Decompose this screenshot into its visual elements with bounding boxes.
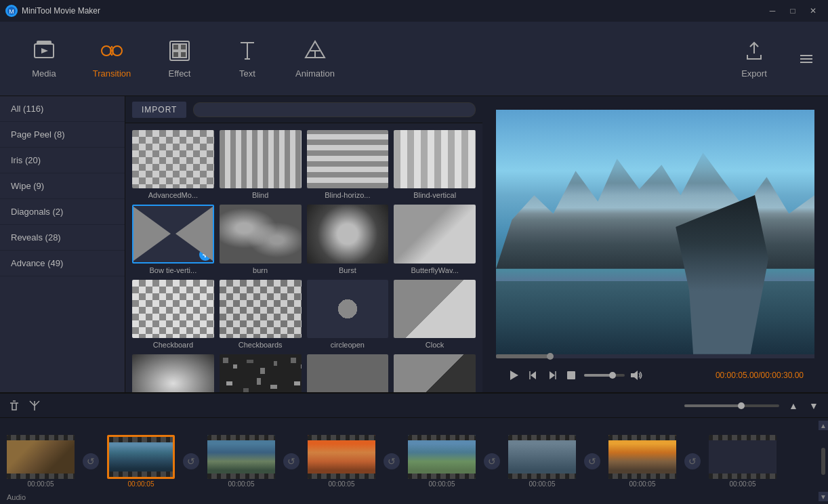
transition-noise[interactable]	[220, 354, 302, 392]
toolbar-item-transition[interactable]: Transition	[81, 28, 142, 89]
timeline-clip-3[interactable]: 00:00:05	[207, 435, 275, 488]
transition-blind[interactable]: Blind	[220, 130, 302, 199]
timeline-clip-8[interactable]: 00:00:05	[709, 435, 777, 488]
clip-thumb-3	[207, 435, 275, 479]
maximize-button[interactable]: □	[783, 1, 802, 20]
timeline-tracks: 00:00:05 ↺ 00:00:05 ↺	[0, 418, 819, 504]
timeline-clip-7[interactable]: 00:00:05	[608, 435, 676, 488]
scroll-up-btn[interactable]: ▲	[819, 421, 828, 430]
toolbar-item-text[interactable]: Text	[217, 28, 278, 89]
sidebar-item-advance[interactable]: Advance (49)	[0, 251, 125, 276]
sidebar-item-pagepeel[interactable]: Page Peel (8)	[0, 122, 125, 148]
transition-circleopen[interactable]: circleopen	[307, 280, 389, 349]
sidebar-item-all[interactable]: All (116)	[0, 96, 125, 122]
zoom-scroll-up[interactable]: ▲	[787, 400, 800, 412]
video-progress-track[interactable]	[496, 354, 814, 358]
toolbar-items: Media Transition Effect	[14, 28, 724, 89]
clip-time-7: 00:00:05	[629, 480, 656, 488]
transition-blind-vert[interactable]: Blind-vertical	[394, 130, 476, 199]
thumb-blur	[132, 354, 214, 392]
transition-burn[interactable]: burn	[220, 205, 302, 274]
connector-5: ↺	[476, 439, 508, 483]
zoom-scroll-down[interactable]: ▼	[808, 400, 820, 412]
arrow-6: ↺	[584, 453, 600, 469]
text-icon	[235, 39, 260, 63]
play-button[interactable]	[507, 369, 520, 382]
app-title: MiniTool Movie Maker	[22, 6, 763, 16]
transition-burst[interactable]: Burst	[307, 205, 389, 274]
svg-marker-26	[631, 371, 638, 380]
clip-time-1: 00:00:05	[28, 480, 54, 488]
zoom-handle[interactable]	[738, 402, 745, 409]
filmstrip-bottom-2	[109, 471, 173, 477]
minimize-button[interactable]: ─	[763, 1, 782, 20]
connector-6: ↺	[576, 439, 608, 483]
filmstrip-bottom-8	[709, 474, 777, 479]
media-label: Media	[32, 68, 56, 79]
progress-handle[interactable]	[547, 353, 554, 360]
svg-rect-3	[37, 41, 51, 44]
import-button[interactable]: IMPORT	[132, 102, 186, 118]
search-bar[interactable]	[193, 102, 476, 117]
step-back-button[interactable]	[527, 369, 539, 381]
transition-bowtie[interactable]: + Bow tie-verti...	[132, 205, 214, 274]
video-preview	[496, 110, 814, 354]
svg-marker-20	[510, 371, 518, 380]
volume-handle[interactable]	[609, 372, 616, 379]
volume-icon[interactable]	[629, 369, 642, 382]
delete-button[interactable]	[8, 400, 20, 412]
filmstrip-top-6	[508, 435, 576, 440]
label-checkboards: Checkboards	[239, 341, 283, 349]
clip-time-4: 00:00:05	[329, 480, 355, 488]
animation-icon	[303, 39, 327, 63]
timeline-clip-4[interactable]: 00:00:05	[308, 435, 375, 488]
video-frame	[496, 110, 814, 354]
volume-fill	[584, 374, 613, 377]
menu-button[interactable]	[798, 51, 814, 67]
thumb-butterfly	[394, 205, 476, 263]
transition-checkboards[interactable]: Checkboards	[220, 280, 302, 349]
transition-gray1[interactable]	[307, 354, 389, 392]
scroll-thumb	[821, 448, 825, 475]
transition-checkboard[interactable]: Checkboard	[132, 280, 214, 349]
thumb-checkboards	[220, 280, 302, 338]
transition-gray2[interactable]	[394, 354, 476, 392]
sidebar-item-wipe[interactable]: Wipe (9)	[0, 173, 125, 199]
timeline-clip-2[interactable]: 00:00:05	[107, 435, 175, 488]
clip-thumb-1	[7, 435, 75, 479]
sidebar-item-iris[interactable]: Iris (20)	[0, 148, 125, 173]
thumb-gray2	[394, 354, 476, 392]
sidebar-item-diagonals[interactable]: Diagonals (2)	[0, 199, 125, 225]
split-button[interactable]	[28, 400, 41, 412]
toolbar-item-effect[interactable]: Effect	[149, 28, 210, 89]
thumb-burst	[307, 205, 389, 263]
toolbar-item-animation[interactable]: Animation	[285, 28, 346, 89]
step-forward-button[interactable]	[546, 369, 558, 381]
timeline-clip-5[interactable]: 00:00:05	[408, 435, 476, 488]
svg-marker-23	[550, 371, 555, 379]
close-button[interactable]: ✕	[804, 1, 823, 20]
transition-blur[interactable]	[132, 354, 214, 392]
transition-advancedmo[interactable]: AdvancedMo...	[132, 130, 214, 199]
app-icon: M	[5, 5, 18, 17]
svg-rect-25	[567, 371, 575, 379]
filmstrip-bottom-6	[508, 474, 576, 479]
timeline-clip-1[interactable]: 00:00:05	[7, 435, 75, 488]
transition-clock[interactable]: Clock	[394, 280, 476, 349]
transition-blind-horiz[interactable]: Blind-horizo...	[307, 130, 389, 199]
stop-button[interactable]	[565, 369, 577, 381]
timeline-clip-6[interactable]: 00:00:05	[508, 435, 576, 488]
export-button[interactable]: Export	[724, 28, 785, 89]
sidebar-item-reveals[interactable]: Reveals (28)	[0, 225, 125, 251]
transition-butterfly[interactable]: ButterflyWav...	[394, 205, 476, 274]
scroll-down-btn[interactable]: ▼	[819, 492, 828, 501]
zoom-slider[interactable]	[684, 404, 779, 407]
filmstrip-top-7	[608, 435, 676, 440]
thumb-bowtie: +	[132, 205, 214, 263]
text-label: Text	[239, 68, 255, 79]
svg-line-28	[30, 401, 35, 406]
volume-slider[interactable]	[584, 374, 625, 377]
export-icon	[742, 39, 766, 63]
toolbar-item-media[interactable]: Media	[14, 28, 75, 89]
clip-thumb-2	[107, 435, 175, 479]
